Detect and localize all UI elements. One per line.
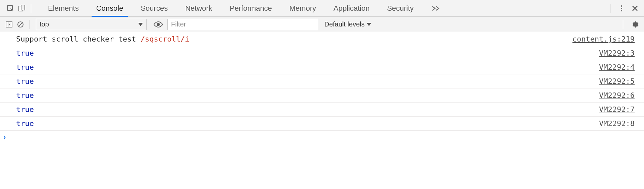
console-log-row: trueVM2292:3: [0, 46, 644, 60]
console-prompt[interactable]: ›: [0, 131, 644, 144]
console-log-row: trueVM2292:5: [0, 74, 644, 88]
tab-sources[interactable]: Sources: [132, 0, 176, 16]
separator: [623, 20, 623, 29]
execution-context-label: top: [40, 20, 49, 28]
tab-application[interactable]: Application: [325, 0, 378, 16]
separator: [610, 4, 610, 13]
svg-point-3: [621, 5, 622, 7]
tab-memory[interactable]: Memory: [281, 0, 325, 16]
console-log-message: true: [16, 91, 599, 100]
log-levels-label: Default levels: [324, 20, 365, 28]
console-source-link[interactable]: VM2292:4: [599, 63, 635, 71]
separator: [30, 20, 30, 29]
live-expression-icon[interactable]: [153, 19, 164, 30]
svg-point-5: [621, 10, 622, 11]
chevrons-right-icon: [431, 5, 440, 12]
console-log-message: true: [16, 49, 599, 57]
boolean-literal: true: [16, 105, 34, 114]
boolean-literal: true: [16, 77, 34, 85]
boolean-literal: true: [16, 49, 34, 57]
execution-context-select[interactable]: top: [36, 19, 147, 30]
console-source-link[interactable]: content.js:219: [573, 35, 635, 43]
svg-point-4: [621, 8, 622, 9]
svg-point-8: [157, 23, 160, 26]
console-log-area: Support scroll checker test /sqscroll/ic…: [0, 32, 644, 131]
tabbar-left-icons: [0, 0, 39, 16]
tab-elements[interactable]: Elements: [39, 0, 88, 16]
console-filter-input[interactable]: [167, 19, 318, 30]
close-devtools-icon[interactable]: [629, 3, 641, 14]
console-source-link[interactable]: VM2292:3: [599, 49, 635, 57]
boolean-literal: true: [16, 63, 34, 71]
console-log-message: Support scroll checker test /sqscroll/i: [16, 35, 573, 43]
kebab-menu-icon[interactable]: [616, 3, 627, 14]
console-source-link[interactable]: VM2292:6: [599, 91, 635, 100]
console-log-row: trueVM2292:4: [0, 60, 644, 74]
console-source-link[interactable]: VM2292:7: [599, 105, 635, 114]
tab-network[interactable]: Network: [176, 0, 221, 16]
toggle-console-sidebar-icon[interactable]: [3, 19, 15, 30]
console-toolbar: top Default levels: [0, 17, 644, 32]
console-log-message: true: [16, 119, 599, 128]
log-levels-select[interactable]: Default levels: [324, 20, 371, 28]
console-log-row: trueVM2292:8: [0, 117, 644, 131]
tab-security[interactable]: Security: [378, 0, 422, 16]
console-log-message: true: [16, 105, 599, 114]
separator: [31, 4, 31, 13]
console-log-row: Support scroll checker test /sqscroll/ic…: [0, 32, 644, 46]
regex-literal: /sqscroll/i: [141, 35, 190, 43]
tab-console[interactable]: Console: [88, 0, 132, 16]
clear-console-icon[interactable]: [15, 19, 26, 30]
console-log-row: trueVM2292:6: [0, 88, 644, 103]
tab-overflow[interactable]: [422, 0, 449, 16]
console-source-link[interactable]: VM2292:8: [599, 119, 635, 128]
chevron-down-icon: [367, 23, 371, 26]
console-log-row: trueVM2292:7: [0, 103, 644, 117]
boolean-literal: true: [16, 91, 34, 100]
console-log-message: true: [16, 77, 599, 85]
inspect-element-icon[interactable]: [5, 3, 16, 14]
prompt-caret: ›: [3, 133, 6, 142]
chevron-down-icon: [138, 23, 143, 26]
svg-rect-2: [21, 5, 25, 10]
tabbar-right-icons: [603, 0, 644, 16]
tab-performance[interactable]: Performance: [221, 0, 281, 16]
log-text: Support scroll checker test: [16, 35, 141, 43]
console-log-message: true: [16, 63, 599, 71]
console-source-link[interactable]: VM2292:5: [599, 77, 635, 85]
device-toolbar-icon[interactable]: [16, 3, 28, 14]
boolean-literal: true: [16, 119, 34, 128]
console-settings-icon[interactable]: [629, 19, 641, 30]
devtools-tabbar: Elements Console Sources Network Perform…: [0, 0, 644, 17]
tabs-container: Elements Console Sources Network Perform…: [39, 0, 603, 16]
